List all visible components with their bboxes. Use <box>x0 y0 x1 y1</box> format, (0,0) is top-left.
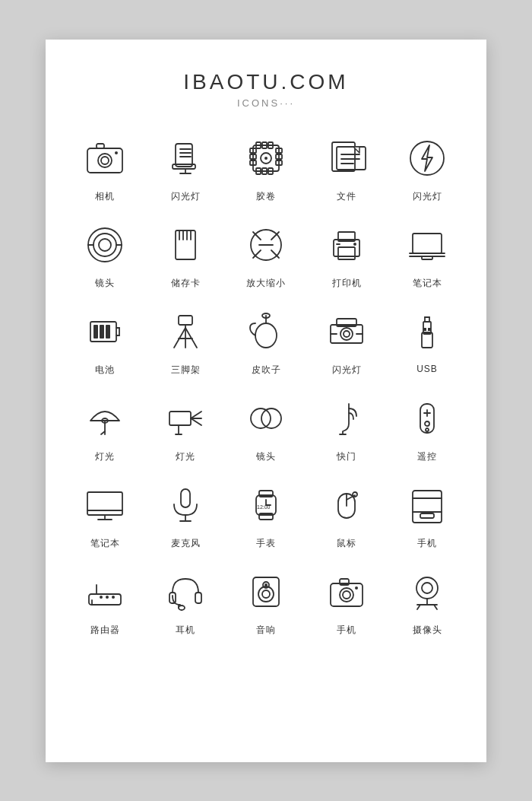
svg-rect-40 <box>176 230 195 259</box>
svg-point-33 <box>410 141 444 175</box>
phone-icon <box>401 478 454 532</box>
watch-icon: 12:00 <box>239 478 293 532</box>
svg-point-37 <box>99 239 111 251</box>
camera2-label: 手机 <box>337 624 356 637</box>
blower-icon <box>239 305 293 358</box>
icon-item-lens: 镜头 <box>68 218 141 290</box>
memory-card-icon <box>159 218 212 272</box>
mic-icon <box>159 478 212 532</box>
flashbox-label: 闪光灯 <box>332 364 362 377</box>
svg-rect-3 <box>97 144 104 148</box>
memcard-label: 储存卡 <box>171 277 201 290</box>
icon-item-phone: 手机 <box>391 478 464 550</box>
icon-item-shutter: 快门 <box>310 392 383 463</box>
svg-point-36 <box>93 234 116 256</box>
svg-point-103 <box>426 428 429 431</box>
camera-icon <box>78 132 131 185</box>
usb-icon <box>401 305 454 358</box>
svg-point-144 <box>355 586 358 590</box>
svg-rect-52 <box>338 247 355 259</box>
file-label: 文件 <box>337 190 356 203</box>
zoom-icon <box>239 218 293 272</box>
webcam-icon <box>401 565 454 618</box>
icon-item-battery: 电池 <box>68 305 141 377</box>
icon-grid: 相机 闪光灯 <box>68 132 464 637</box>
flash-gun-icon <box>159 132 212 185</box>
router-icon <box>78 565 131 618</box>
icons-label: ICONS··· <box>237 97 295 109</box>
lens-icon <box>78 218 131 272</box>
icon-item-camera2: 手机 <box>310 565 383 637</box>
mic-label: 麦克风 <box>171 537 201 550</box>
lens-label: 镜头 <box>95 277 115 290</box>
laptop-label: 笔记本 <box>413 277 442 290</box>
battery-icon <box>78 305 131 358</box>
icon-item-monitor: 笔记本 <box>68 478 141 550</box>
flash-circle-label: 闪光灯 <box>413 190 442 203</box>
webcam-label: 摄像头 <box>413 624 442 637</box>
svg-rect-59 <box>422 256 432 259</box>
svg-point-55 <box>353 243 356 246</box>
shutter-icon <box>320 392 373 445</box>
film-icon <box>239 132 293 185</box>
flash-circle-icon <box>401 132 454 185</box>
rings-icon <box>239 392 293 445</box>
svg-rect-104 <box>87 492 122 515</box>
svg-rect-65 <box>100 325 104 339</box>
svg-point-142 <box>340 588 353 602</box>
svg-rect-86 <box>428 328 431 331</box>
icon-item-watch: 12:00 手表 <box>230 478 302 550</box>
icon-item-router: 路由器 <box>68 565 141 637</box>
svg-text:12:00: 12:00 <box>257 504 271 510</box>
tripod-label: 三脚架 <box>171 364 201 377</box>
svg-line-91 <box>191 412 201 418</box>
svg-point-4 <box>115 151 118 154</box>
icon-item-file: 文件 <box>310 132 383 203</box>
watch-label: 手表 <box>256 537 276 550</box>
phone-label: 手机 <box>417 537 437 550</box>
battery-label: 电池 <box>95 364 115 377</box>
svg-point-145 <box>416 577 438 599</box>
svg-rect-125 <box>89 594 121 605</box>
svg-rect-28 <box>337 147 366 170</box>
svg-point-120 <box>353 492 357 497</box>
umbrella-light-label: 灯光 <box>95 450 115 463</box>
svg-point-139 <box>264 583 268 586</box>
flashbox-icon <box>320 305 373 358</box>
svg-rect-85 <box>423 328 426 331</box>
mouse-icon <box>320 478 373 532</box>
svg-point-26 <box>264 157 268 160</box>
zoom-label: 放大缩小 <box>246 277 286 290</box>
icon-item-flashbox: 闪光灯 <box>310 305 383 377</box>
svg-point-76 <box>340 328 353 340</box>
svg-point-143 <box>343 591 350 599</box>
svg-point-129 <box>112 596 115 599</box>
svg-point-127 <box>100 596 103 599</box>
studio-light-icon <box>159 392 212 445</box>
tripod-icon <box>159 305 212 358</box>
site-title: IBAOTU.COM <box>183 70 348 94</box>
svg-point-137 <box>262 590 270 598</box>
icon-item-umbrella-light: 灯光 <box>68 392 141 463</box>
file-doc-icon <box>320 132 373 185</box>
icon-item-camera: 相机 <box>68 132 141 203</box>
remote-label: 遥控 <box>417 450 437 463</box>
router-label: 路由器 <box>90 624 120 637</box>
main-card: IBAOTU.COM ICONS··· 相机 <box>46 40 486 762</box>
icon-item-printer: 打印机 <box>310 218 383 290</box>
svg-line-93 <box>191 418 201 425</box>
svg-point-128 <box>106 596 109 599</box>
icon-item-mic: 麦克风 <box>149 478 222 550</box>
icon-item-speaker: 音响 <box>230 565 302 637</box>
svg-point-97 <box>261 408 281 428</box>
icon-item-laptop: 笔记本 <box>391 218 464 290</box>
film-label: 胶卷 <box>256 190 276 203</box>
remote-icon <box>401 392 454 445</box>
icon-item-memcard: 储存卡 <box>149 218 222 290</box>
umbrella-light-icon <box>78 392 131 445</box>
icon-item-zoom: 放大缩小 <box>230 218 302 290</box>
svg-point-96 <box>251 408 271 428</box>
svg-line-69 <box>174 328 185 348</box>
svg-rect-80 <box>422 332 432 348</box>
mouse-label: 鼠标 <box>337 537 356 550</box>
